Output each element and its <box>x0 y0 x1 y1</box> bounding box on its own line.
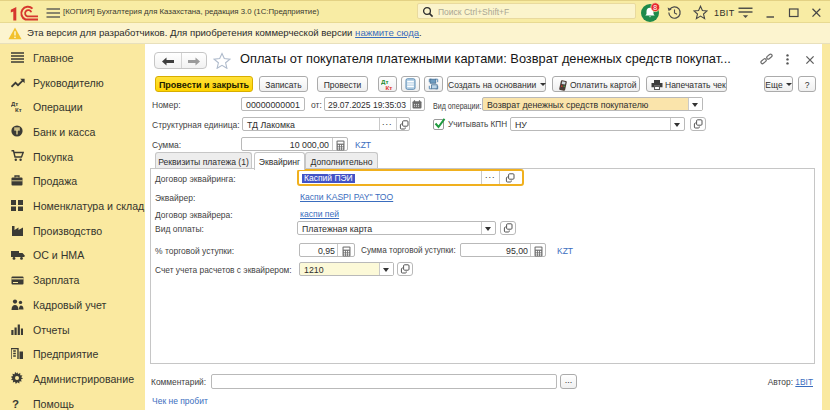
svg-text:Кт: Кт <box>15 107 22 112</box>
svg-text:Кт: Кт <box>386 84 393 90</box>
svg-text:8: 8 <box>653 4 657 11</box>
svg-text:Дт: Дт <box>11 101 18 107</box>
svg-text:?: ? <box>12 398 19 409</box>
